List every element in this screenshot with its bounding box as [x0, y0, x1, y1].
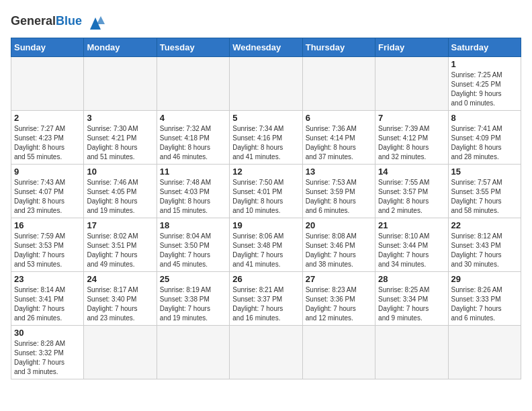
day-number: 13	[306, 167, 372, 177]
day-info: Sunrise: 8:08 AM Sunset: 3:46 PM Dayligh…	[306, 232, 372, 269]
day-number: 18	[160, 220, 226, 230]
day-info: Sunrise: 8:17 AM Sunset: 3:40 PM Dayligh…	[87, 285, 153, 323]
day-number: 21	[378, 220, 445, 230]
day-number: 14	[378, 167, 445, 177]
calendar-cell: 20Sunrise: 8:08 AM Sunset: 3:46 PM Dayli…	[302, 218, 375, 272]
calendar-cell: 18Sunrise: 8:04 AM Sunset: 3:50 PM Dayli…	[157, 218, 229, 272]
day-info: Sunrise: 7:34 AM Sunset: 4:16 PM Dayligh…	[232, 124, 299, 162]
day-info: Sunrise: 8:14 AM Sunset: 3:41 PM Dayligh…	[14, 285, 81, 323]
day-number: 30	[14, 328, 81, 338]
calendar-cell: 5Sunrise: 7:34 AM Sunset: 4:16 PM Daylig…	[230, 111, 302, 165]
column-header-saturday: Saturday	[448, 38, 521, 57]
header: GeneralBlue	[11, 11, 521, 32]
day-info: Sunrise: 7:41 AM Sunset: 4:09 PM Dayligh…	[451, 124, 518, 162]
day-info: Sunrise: 7:32 AM Sunset: 4:18 PM Dayligh…	[160, 124, 226, 162]
day-number: 26	[232, 274, 299, 284]
day-number: 3	[87, 113, 153, 123]
calendar-cell	[157, 57, 229, 111]
day-number: 22	[451, 220, 518, 230]
calendar-cell	[302, 326, 375, 379]
logo-icon	[85, 11, 106, 32]
calendar-cell: 15Sunrise: 7:57 AM Sunset: 3:55 PM Dayli…	[448, 165, 521, 218]
calendar-cell: 14Sunrise: 7:55 AM Sunset: 3:57 PM Dayli…	[375, 165, 448, 218]
calendar-cell: 13Sunrise: 7:53 AM Sunset: 3:59 PM Dayli…	[302, 165, 375, 218]
calendar-cell: 21Sunrise: 8:10 AM Sunset: 3:44 PM Dayli…	[375, 218, 448, 272]
day-number: 6	[306, 113, 372, 123]
day-number: 19	[232, 220, 299, 230]
day-number: 5	[232, 113, 299, 123]
day-number: 10	[87, 167, 153, 177]
day-info: Sunrise: 7:55 AM Sunset: 3:57 PM Dayligh…	[378, 178, 445, 216]
calendar-cell	[84, 326, 157, 379]
day-info: Sunrise: 8:26 AM Sunset: 3:33 PM Dayligh…	[451, 285, 518, 323]
column-header-friday: Friday	[375, 38, 448, 57]
calendar-cell	[375, 57, 448, 111]
calendar-cell	[375, 326, 448, 379]
calendar-cell	[448, 326, 521, 379]
day-number: 27	[306, 274, 372, 284]
calendar-cell	[302, 57, 375, 111]
calendar-cell: 26Sunrise: 8:21 AM Sunset: 3:37 PM Dayli…	[230, 272, 302, 326]
calendar-cell: 29Sunrise: 8:26 AM Sunset: 3:33 PM Dayli…	[448, 272, 521, 326]
day-number: 25	[160, 274, 226, 284]
calendar-cell: 23Sunrise: 8:14 AM Sunset: 3:41 PM Dayli…	[11, 272, 84, 326]
day-info: Sunrise: 7:50 AM Sunset: 4:01 PM Dayligh…	[232, 178, 299, 216]
day-number: 16	[14, 220, 81, 230]
day-info: Sunrise: 8:04 AM Sunset: 3:50 PM Dayligh…	[160, 232, 226, 269]
day-info: Sunrise: 8:19 AM Sunset: 3:38 PM Dayligh…	[160, 285, 226, 323]
calendar-cell: 28Sunrise: 8:25 AM Sunset: 3:34 PM Dayli…	[375, 272, 448, 326]
calendar-cell: 7Sunrise: 7:39 AM Sunset: 4:12 PM Daylig…	[375, 111, 448, 165]
day-info: Sunrise: 7:48 AM Sunset: 4:03 PM Dayligh…	[160, 178, 226, 216]
day-info: Sunrise: 8:28 AM Sunset: 3:32 PM Dayligh…	[14, 339, 81, 377]
day-info: Sunrise: 7:25 AM Sunset: 4:25 PM Dayligh…	[451, 71, 518, 108]
day-info: Sunrise: 8:02 AM Sunset: 3:51 PM Dayligh…	[87, 232, 153, 269]
calendar-cell: 6Sunrise: 7:36 AM Sunset: 4:14 PM Daylig…	[302, 111, 375, 165]
day-number: 24	[87, 274, 153, 284]
day-info: Sunrise: 7:30 AM Sunset: 4:21 PM Dayligh…	[87, 124, 153, 162]
day-info: Sunrise: 7:39 AM Sunset: 4:12 PM Dayligh…	[378, 124, 445, 162]
day-info: Sunrise: 8:21 AM Sunset: 3:37 PM Dayligh…	[232, 285, 299, 323]
day-number: 28	[378, 274, 445, 284]
day-number: 7	[378, 113, 445, 123]
day-info: Sunrise: 7:57 AM Sunset: 3:55 PM Dayligh…	[451, 178, 518, 216]
calendar-cell: 16Sunrise: 7:59 AM Sunset: 3:53 PM Dayli…	[11, 218, 84, 272]
calendar-cell: 24Sunrise: 8:17 AM Sunset: 3:40 PM Dayli…	[84, 272, 157, 326]
calendar-cell: 4Sunrise: 7:32 AM Sunset: 4:18 PM Daylig…	[157, 111, 229, 165]
calendar-cell: 3Sunrise: 7:30 AM Sunset: 4:21 PM Daylig…	[84, 111, 157, 165]
day-number: 17	[87, 220, 153, 230]
day-info: Sunrise: 8:23 AM Sunset: 3:36 PM Dayligh…	[306, 285, 372, 323]
day-info: Sunrise: 7:46 AM Sunset: 4:05 PM Dayligh…	[87, 178, 153, 216]
logo-area: GeneralBlue	[11, 11, 106, 32]
calendar-cell: 10Sunrise: 7:46 AM Sunset: 4:05 PM Dayli…	[84, 165, 157, 218]
day-number: 29	[451, 274, 518, 284]
calendar-cell: 17Sunrise: 8:02 AM Sunset: 3:51 PM Dayli…	[84, 218, 157, 272]
column-header-tuesday: Tuesday	[157, 38, 229, 57]
calendar-cell: 27Sunrise: 8:23 AM Sunset: 3:36 PM Dayli…	[302, 272, 375, 326]
day-number: 23	[14, 274, 81, 284]
day-number: 12	[232, 167, 299, 177]
svg-marker-1	[97, 16, 105, 24]
day-info: Sunrise: 8:25 AM Sunset: 3:34 PM Dayligh…	[378, 285, 445, 323]
day-number: 11	[160, 167, 226, 177]
calendar-cell: 11Sunrise: 7:48 AM Sunset: 4:03 PM Dayli…	[157, 165, 229, 218]
calendar-table: SundayMondayTuesdayWednesdayThursdayFrid…	[11, 38, 521, 379]
day-number: 9	[14, 167, 81, 177]
calendar-cell	[230, 326, 302, 379]
day-number: 2	[14, 113, 81, 123]
calendar-cell: 9Sunrise: 7:43 AM Sunset: 4:07 PM Daylig…	[11, 165, 84, 218]
day-info: Sunrise: 8:10 AM Sunset: 3:44 PM Dayligh…	[378, 232, 445, 269]
calendar-cell: 12Sunrise: 7:50 AM Sunset: 4:01 PM Dayli…	[230, 165, 302, 218]
day-info: Sunrise: 7:36 AM Sunset: 4:14 PM Dayligh…	[306, 124, 372, 162]
column-header-sunday: Sunday	[11, 38, 84, 57]
calendar-cell	[230, 57, 302, 111]
day-info: Sunrise: 8:06 AM Sunset: 3:48 PM Dayligh…	[232, 232, 299, 269]
calendar-cell: 25Sunrise: 8:19 AM Sunset: 3:38 PM Dayli…	[157, 272, 229, 326]
column-header-thursday: Thursday	[302, 38, 375, 57]
calendar-cell: 8Sunrise: 7:41 AM Sunset: 4:09 PM Daylig…	[448, 111, 521, 165]
day-info: Sunrise: 7:43 AM Sunset: 4:07 PM Dayligh…	[14, 178, 81, 216]
calendar-cell	[11, 57, 84, 111]
day-number: 4	[160, 113, 226, 123]
day-info: Sunrise: 7:59 AM Sunset: 3:53 PM Dayligh…	[14, 232, 81, 269]
day-number: 15	[451, 167, 518, 177]
column-header-wednesday: Wednesday	[230, 38, 302, 57]
